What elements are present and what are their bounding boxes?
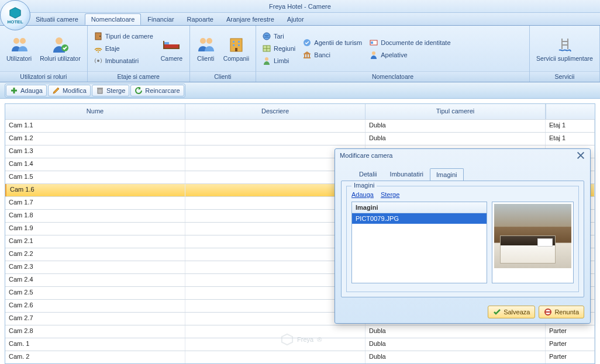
cell-name: Cam 2.2 [5,248,185,261]
image-list[interactable]: Imagini PICT0079.JPG [351,202,487,283]
grid-toolbar: Adauga Modifica Sterge Reincarcare [0,82,600,99]
col-name[interactable]: Nume [5,104,185,119]
close-icon[interactable] [576,151,585,160]
clients-label: Clienti [197,55,214,62]
delete-button[interactable]: Sterge [92,85,129,96]
svg-rect-33 [561,39,563,49]
users-button[interactable]: Utilizatori [4,33,35,64]
dialog-delete-link[interactable]: Sterge [381,191,399,198]
table-row[interactable]: Cam 1.1DublaEtaj 1 [5,119,595,132]
wifi-icon [94,44,103,53]
cell-floor: Parter [546,325,595,338]
cell-floor: Etaj 1 [546,120,595,132]
cell-type: Dubla [365,338,546,351]
svg-point-8 [97,60,99,62]
regions-button[interactable]: Regiuni [260,43,298,54]
floors-button[interactable]: Etaje [91,43,156,54]
cell-name: Cam 2.1 [5,235,185,248]
clients-button[interactable]: Clienti [194,33,218,64]
svg-marker-0 [10,7,20,18]
image-list-header: Imagini [352,202,487,213]
add-button[interactable]: Adauga [6,85,47,96]
languages-button[interactable]: Limbi [260,55,298,67]
cell-name: Cam 2.3 [5,261,185,273]
table-row[interactable]: Cam. 2DublaParter [5,351,595,363]
countries-button[interactable]: Tari [260,30,298,42]
menu-tab-financiar[interactable]: Financiar [141,13,180,25]
svg-point-22 [263,33,270,40]
reload-button[interactable]: Reincarcare [130,85,184,96]
agency-icon [302,38,312,47]
menu-tab-nomenclatoare[interactable]: Nomenclatoare [85,13,142,25]
building-icon [227,35,246,54]
travel-agencies-button[interactable]: Agentii de turism [300,37,364,48]
svg-rect-36 [561,44,568,46]
person-icon [262,56,271,65]
svg-rect-29 [304,57,311,58]
menu-tab-rapoarte[interactable]: Rapoarte [181,13,220,25]
table-row[interactable]: Cam 1.2DublaEtaj 1 [5,132,595,145]
dialog-add-link[interactable]: Adauga [351,191,374,198]
app-orb[interactable]: HOTEL [0,0,30,30]
col-desc[interactable]: Descriere [185,104,365,119]
pool-icon [556,35,574,54]
svg-point-14 [200,38,206,44]
svg-marker-39 [282,334,292,345]
orb-label: HOTEL [7,19,23,25]
cell-floor: Parter [546,351,595,363]
svg-rect-9 [163,44,180,48]
cancel-button[interactable]: Renunta [539,306,584,318]
svg-rect-35 [561,41,568,42]
room-types-button[interactable]: Tipuri de camere [91,30,156,42]
dialog-tab-imagini[interactable]: Imagini [430,168,463,181]
banks-button[interactable]: Banci [300,49,364,61]
svg-rect-20 [238,44,240,46]
id-docs-button[interactable]: Documente de identitate [367,37,453,48]
companies-button[interactable]: Companii [220,33,252,64]
cell-name: Cam 1.9 [5,223,185,235]
cell-name: Cam 1.7 [5,197,185,209]
dialog-tab-detalii[interactable]: Detalii [353,168,384,181]
user-roles-button[interactable]: Roluri utilizator [37,33,83,64]
svg-rect-17 [233,41,235,43]
dialog-tabs: DetaliiImbunatatiriImagini [335,168,590,181]
cell-desc [185,338,365,351]
dialog-tab-imbunatatiri[interactable]: Imbunatatiri [384,168,430,181]
improvements-button[interactable]: Imbunatatiri [91,55,156,67]
cell-desc [185,120,365,132]
watermark: Freya® [281,333,322,346]
svg-point-24 [265,57,268,61]
menu-tab-situatii-camere[interactable]: Situatii camere [29,13,85,25]
extra-services-button[interactable]: Servicii suplimentare [533,33,596,64]
save-button[interactable]: Salveaza [488,306,535,318]
edit-button[interactable]: Modifica [48,85,91,96]
hotel-logo-icon [9,6,22,19]
group-title-rooms: Etaje si camere [88,71,189,82]
watermark-icon [281,333,294,346]
col-type[interactable]: Tipul camerei [365,104,546,119]
rooms-button[interactable]: Camere [158,33,185,64]
dialog-titlebar[interactable]: Modificare camera [335,149,590,162]
svg-rect-19 [233,44,235,46]
cell-name: Cam 2.7 [5,313,185,325]
signal-icon [94,56,103,65]
extra-services-label: Servicii suplimentare [536,55,593,62]
svg-rect-27 [306,54,308,57]
titles-button[interactable]: Apelative [367,49,453,61]
menu-tab-ajutor[interactable]: Ajutor [281,13,311,25]
col-floor[interactable] [546,104,546,119]
cell-floor: Etaj 1 [546,133,595,145]
svg-point-6 [99,36,101,37]
svg-rect-11 [163,48,180,49]
bed-icon [162,35,181,54]
title-icon [369,50,378,60]
image-list-item[interactable]: PICT0079.JPG [352,213,487,224]
user-role-icon [51,35,70,54]
svg-rect-18 [238,41,240,43]
menu-tab-aranjare-ferestre[interactable]: Aranjare ferestre [220,13,281,25]
svg-rect-31 [371,41,373,44]
id-icon [369,38,378,47]
ribbon: Utilizatori Roluri utilizator Utilizator… [0,26,600,82]
cell-name: Cam. 2 [5,351,185,363]
images-fieldset: Imagini Adauga Sterge Imagini PICT0079.J… [346,186,579,292]
